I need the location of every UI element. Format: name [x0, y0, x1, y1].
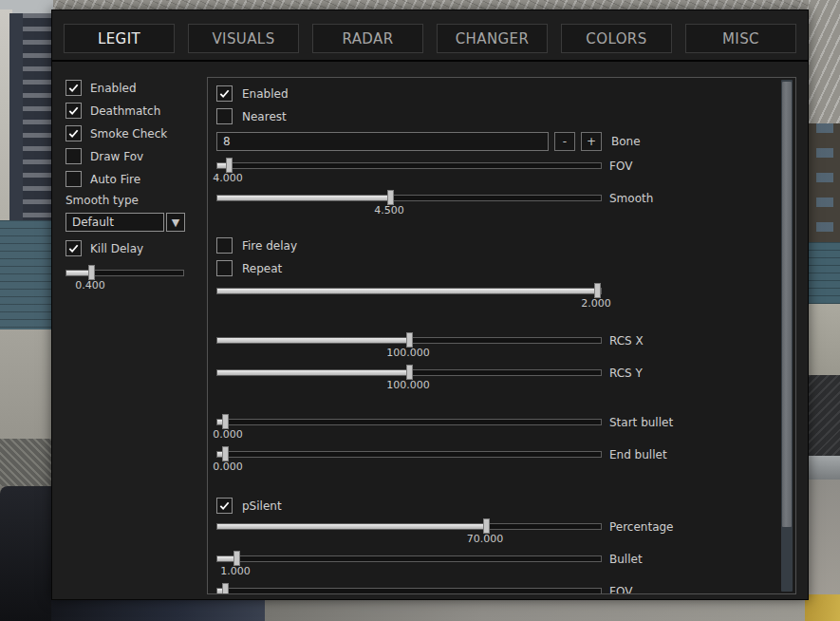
background-tread-plate: [809, 375, 840, 456]
slider-value: 100.000: [386, 379, 430, 391]
smooth-slider-row: 4.500 Smooth: [216, 191, 762, 217]
fov-slider[interactable]: 4.000: [216, 159, 602, 185]
tab-radar[interactable]: RADAR: [312, 24, 423, 53]
checkbox[interactable]: [65, 125, 82, 141]
slider-thumb[interactable]: [222, 414, 229, 429]
checkbox[interactable]: [65, 171, 82, 187]
slider-label: Bullet: [609, 553, 643, 566]
checkbox-enabled[interactable]: Enabled: [65, 80, 206, 96]
slider-track[interactable]: [216, 288, 602, 294]
scrollbar-thumb[interactable]: [782, 82, 792, 527]
checkbox-psilent[interactable]: pSilent: [216, 498, 762, 514]
slider-label: Percentage: [609, 520, 674, 534]
slider-track[interactable]: [216, 195, 602, 201]
slider-thumb[interactable]: [406, 365, 413, 380]
dropdown-arrow-button[interactable]: ▼: [166, 213, 185, 232]
slider-thumb[interactable]: [594, 283, 601, 298]
slider-fill: [217, 196, 390, 200]
start-bullet-slider[interactable]: 0.000: [216, 415, 602, 442]
checkbox[interactable]: [216, 260, 233, 276]
kill-delay-slider[interactable]: 0.400: [65, 266, 184, 292]
slider-track[interactable]: [65, 270, 184, 276]
checkbox-draw-fov[interactable]: Draw Fov: [65, 148, 206, 164]
checkbox-enabled[interactable]: Enabled: [216, 85, 762, 102]
slider-value: 0.400: [75, 279, 105, 292]
slider-thumb[interactable]: [88, 265, 95, 280]
slider-thumb[interactable]: [222, 446, 229, 461]
background-yellow-curb: [805, 594, 840, 621]
rcs-y-slider[interactable]: 100.000: [216, 366, 602, 392]
slider-thumb[interactable]: [233, 551, 240, 566]
percentage-slider-row: 70.000 Percentage: [216, 519, 762, 546]
select-value[interactable]: Default: [65, 213, 164, 232]
slider-thumb[interactable]: [226, 158, 233, 173]
checkbox-deathmatch[interactable]: Deathmatch: [65, 103, 206, 119]
checkbox-kill-delay[interactable]: Kill Delay: [65, 240, 206, 256]
slider-track[interactable]: [216, 555, 602, 562]
checkbox[interactable]: [216, 108, 233, 124]
checkbox[interactable]: [216, 498, 233, 514]
end-bullet-slider[interactable]: 0.000: [216, 447, 602, 474]
checkbox-nearest[interactable]: Nearest: [216, 108, 762, 124]
background-building: [809, 123, 840, 242]
checkbox[interactable]: [216, 237, 233, 254]
checkbox[interactable]: [65, 148, 82, 164]
checkbox-repeat[interactable]: Repeat: [216, 260, 762, 276]
slider-thumb[interactable]: [387, 190, 394, 205]
checkbox-label: Nearest: [242, 110, 287, 123]
slider-value: 100.000: [386, 347, 430, 359]
slider-track[interactable]: [216, 419, 602, 425]
bullet-slider[interactable]: 1.000: [216, 552, 602, 578]
slider-label: Smooth: [609, 192, 653, 205]
checkbox[interactable]: [216, 85, 233, 102]
fire-delay-slider-row: 2.000: [216, 284, 762, 310]
scrollbar[interactable]: [781, 80, 793, 592]
slider-value: 4.000: [213, 172, 243, 184]
tab-separator: [52, 60, 808, 62]
checkbox[interactable]: [65, 240, 82, 256]
checkbox-auto-fire[interactable]: Auto Fire: [65, 171, 206, 187]
plus-button[interactable]: +: [581, 132, 602, 151]
slider-track[interactable]: [216, 588, 602, 594]
background-teal-wall: [0, 220, 53, 329]
fov2-slider[interactable]: [216, 584, 602, 594]
background-building: [9, 13, 53, 220]
rcs-x-slider[interactable]: 100.000: [216, 333, 602, 360]
checkbox-fire-delay[interactable]: Fire delay: [216, 237, 762, 254]
slider-thumb[interactable]: [406, 332, 413, 348]
slider-label: RCS Y: [609, 367, 643, 380]
checkbox-label: Auto Fire: [90, 173, 140, 186]
smooth-slider[interactable]: 4.500: [216, 191, 602, 217]
checkbox-smoke-check[interactable]: Smoke Check: [65, 125, 206, 141]
minus-button[interactable]: -: [554, 132, 575, 151]
background-shadow: [0, 439, 53, 486]
slider-track[interactable]: [216, 523, 602, 530]
fire-delay-slider[interactable]: 2.000: [216, 284, 602, 310]
checkbox[interactable]: [65, 80, 82, 96]
slider-track[interactable]: [216, 451, 602, 458]
background-object: [0, 486, 53, 621]
checkbox-label: Smoke Check: [90, 127, 167, 141]
slider-track[interactable]: [216, 337, 602, 344]
tab-changer[interactable]: CHANGER: [437, 24, 548, 53]
slider-track[interactable]: [216, 162, 602, 169]
smooth-type-select[interactable]: Default ▼: [65, 213, 206, 232]
slider-value: 2.000: [581, 297, 611, 310]
slider-thumb[interactable]: [222, 583, 229, 594]
background-object: [51, 598, 265, 621]
checkbox[interactable]: [65, 103, 82, 119]
fov-slider-row: 4.000 FOV: [216, 159, 762, 185]
tab-colors[interactable]: COLORS: [561, 24, 672, 53]
slider-track[interactable]: [216, 369, 602, 376]
tab-visuals[interactable]: VISUALS: [188, 24, 299, 53]
slider-thumb[interactable]: [483, 518, 490, 534]
chevron-down-icon: ▼: [172, 216, 179, 229]
checkbox-label: Repeat: [242, 262, 282, 275]
percentage-slider[interactable]: 70.000: [216, 519, 602, 546]
kill-delay-slider-row: 0.400: [65, 266, 206, 292]
tab-legit[interactable]: LEGIT: [64, 24, 175, 53]
bone-input[interactable]: [216, 132, 549, 151]
rcs-y-slider-row: 100.000 RCS Y: [216, 366, 762, 392]
tab-misc[interactable]: MISC: [685, 24, 796, 53]
end-bullet-slider-row: 0.000 End bullet: [216, 447, 762, 474]
